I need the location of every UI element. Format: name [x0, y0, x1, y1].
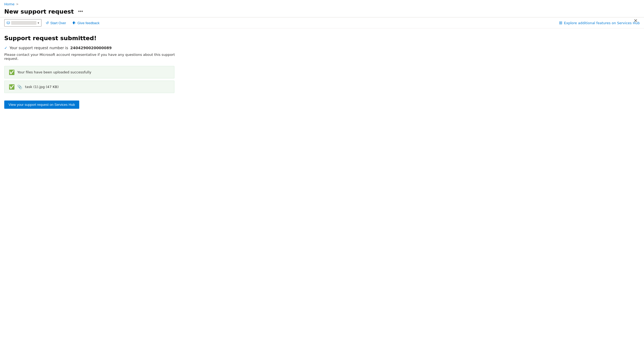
request-number-row: ✓ Your support request number is 2404290… [4, 46, 182, 50]
subscription-icon: ⛁ [7, 20, 10, 25]
contact-text: Please contact your Microsoft account re… [4, 53, 182, 61]
toolbar-left: ⛁ ▾ ↺ Start Over 🗣 Give feedback [4, 19, 102, 27]
feedback-icon: 🗣 [72, 21, 76, 25]
success-heading: Support request submitted! [4, 35, 182, 41]
page-title: New support request [4, 8, 74, 15]
breadcrumb: Home > [0, 0, 644, 7]
more-options-button[interactable]: ••• [76, 8, 85, 15]
start-over-button[interactable]: ↺ Start Over [44, 19, 68, 26]
start-over-icon: ↺ [46, 21, 49, 25]
file-name-text: task (1).jpg (47 KB) [25, 85, 59, 89]
give-feedback-button[interactable]: 🗣 Give feedback [70, 19, 102, 26]
file-success-icon: ✅ [9, 84, 15, 90]
subscription-selector[interactable]: ⛁ ▾ [4, 19, 41, 27]
checkmark-icon: ✓ [4, 46, 7, 50]
file-attachment-icon: 📎 [17, 85, 22, 89]
upload-success-icon: ✅ [9, 69, 15, 75]
request-number-prefix: Your support request number is [10, 46, 68, 50]
explore-label: Explore additional features on Services … [564, 21, 640, 25]
page-header: New support request ••• ✕ [0, 7, 644, 17]
subscription-text-placeholder [11, 21, 37, 25]
main-content: Support request submitted! ✓ Your suppor… [0, 28, 186, 115]
view-support-request-button[interactable]: View your support request on Services Hu… [4, 101, 79, 109]
explore-services-hub-link[interactable]: ⊞ Explore additional features on Service… [559, 20, 640, 25]
start-over-label: Start Over [50, 21, 66, 25]
upload-success-text: Your files have been uploaded successful… [17, 70, 91, 74]
give-feedback-label: Give feedback [77, 21, 99, 25]
close-button[interactable]: ✕ [632, 17, 640, 25]
upload-success-card: ✅ Your files have been uploaded successf… [4, 66, 174, 78]
breadcrumb-home-link[interactable]: Home [4, 2, 14, 6]
chevron-down-icon: ▾ [37, 21, 39, 25]
explore-icon: ⊞ [559, 20, 562, 25]
request-number: 2404290020000089 [70, 46, 112, 50]
upload-file-card: ✅ 📎 task (1).jpg (47 KB) [4, 81, 174, 93]
breadcrumb-separator: > [16, 2, 18, 6]
toolbar: ⛁ ▾ ↺ Start Over 🗣 Give feedback ⊞ Explo… [0, 17, 644, 28]
